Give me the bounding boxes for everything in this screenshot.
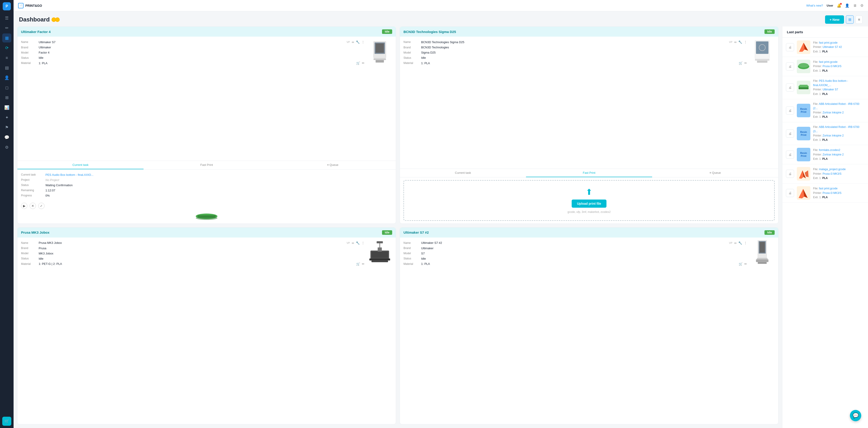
part-2-print-icon[interactable]: 🖨 <box>786 62 794 70</box>
part-2-file[interactable]: fast print.gcode <box>819 60 837 64</box>
part-3-printer[interactable]: Ultimaker S7 <box>823 88 838 91</box>
cart-icon-3[interactable]: 🛒 <box>356 262 360 266</box>
printer-2-status-row: Status Idle <box>403 55 747 60</box>
tab-current-task-2[interactable]: Current task <box>400 169 526 177</box>
part-1-print-icon[interactable]: 🖨 <box>786 43 794 51</box>
sidebar-item-layers[interactable]: ≡ <box>2 53 11 62</box>
new-button[interactable]: + New <box>825 15 844 24</box>
printer-2-title[interactable]: BCN3D Technologies Sigma D25 <box>403 30 456 34</box>
part-4-printer[interactable]: Zortrax Inkspire 2 <box>823 111 844 114</box>
sidebar-item-edit[interactable]: ✏ <box>2 24 11 33</box>
more-icon[interactable]: ⋮ <box>362 40 365 44</box>
printer-4-title[interactable]: Ultimaker S7 #2 <box>403 230 429 234</box>
printer-1-detail: Current task PES Audio Box bottom - fina… <box>18 169 396 201</box>
infinity-icon-3[interactable]: ∞ <box>352 241 354 245</box>
part-8-printer[interactable]: Prusa i3 MK3/S <box>823 191 841 195</box>
sidebar-item-settings[interactable]: ⚙ <box>2 143 11 152</box>
sidebar-item-box[interactable]: ◻ <box>2 83 11 92</box>
part-2-printer[interactable]: Prusa i3 MK3/S <box>823 65 841 68</box>
printer-1-title[interactable]: Ultimaker Factor 4 <box>21 30 51 34</box>
notifications-icon[interactable]: 🔔 <box>837 3 841 8</box>
sidebar-item-chart[interactable]: 📊 <box>2 103 11 112</box>
infinity-icon[interactable]: ∞ <box>352 40 354 44</box>
sidebar-item-menu[interactable]: ☰ <box>2 13 11 23</box>
cancel-icon[interactable]: ✕ <box>30 203 36 209</box>
part-4-print-icon[interactable]: 🖨 <box>786 106 794 114</box>
cart-icon[interactable]: 🛒 <box>356 61 360 65</box>
list-view-button[interactable]: ≡ <box>856 15 863 24</box>
app-logo[interactable]: P <box>3 2 11 10</box>
wrench-icon-3[interactable]: 🔧 <box>356 241 360 245</box>
printer-4-status-row: Status Idle <box>403 256 747 261</box>
cart-icon-2[interactable]: 🛒 <box>739 61 743 65</box>
part-5-print-icon[interactable]: 🖨 <box>786 130 794 138</box>
edit-material-icon-2[interactable]: ✏ <box>744 61 747 65</box>
part-8-file[interactable]: fast print.gcode <box>819 187 837 190</box>
sidebar-cart-button[interactable]: 🛒 <box>2 417 11 426</box>
wrench-icon-2[interactable]: 🔧 <box>738 40 742 44</box>
printer-3-title[interactable]: Prusa MK3 Jobox <box>21 230 50 234</box>
part-5-printer[interactable]: Zortrax Inkspire 2 <box>823 134 844 137</box>
printer-1-name-value: Ultimaker S7 <box>39 40 345 44</box>
play-icon[interactable]: ▶ <box>21 203 27 209</box>
brand-name: PRINT&GO <box>25 4 42 7</box>
tab-queue-1[interactable]: ≡ Queue <box>270 161 396 169</box>
sidebar-item-chat[interactable]: 💬 <box>2 133 11 142</box>
part-6-print-icon[interactable]: 🖨 <box>786 151 794 159</box>
sidebar-item-users[interactable]: 👤 <box>2 73 11 82</box>
sidebar-item-robot[interactable]: ✦ <box>2 113 11 122</box>
sidebar-item-print[interactable]: ▤ <box>2 63 11 72</box>
more-icon-4[interactable]: ⋮ <box>744 241 747 245</box>
edit-material-icon-4[interactable]: ✏ <box>744 262 747 266</box>
vp-label-2: VP <box>729 41 733 43</box>
part-7-file[interactable]: malaga_project.gcode <box>819 168 846 171</box>
sidebar-item-flag[interactable]: ⚑ <box>2 123 11 132</box>
part-1-file[interactable]: fast print.gcode <box>819 41 837 44</box>
sidebar-item-dashboard[interactable]: ▦ <box>2 33 11 42</box>
cart-icon-4[interactable]: 🛒 <box>739 262 743 266</box>
part-4-file[interactable]: ABB Articulated Robot - IRB 6700 (2... <box>813 102 860 110</box>
user-label: User <box>827 4 833 7</box>
part-6-printer[interactable]: Zortrax Inkspire 2 <box>823 153 844 156</box>
progress-value: 0% <box>45 194 392 197</box>
part-5-file[interactable]: ABB Articulated Robot - IRB 6700 (3... <box>813 125 860 133</box>
tab-fast-print-2[interactable]: Fast Print <box>526 169 652 177</box>
part-3-print-icon[interactable]: 🖨 <box>786 84 794 92</box>
sidebar-item-refresh[interactable]: ⟳ <box>2 43 11 53</box>
settings-icon[interactable]: ⚙ <box>860 3 864 8</box>
tab-queue-2[interactable]: ≡ Queue <box>652 169 778 177</box>
upload-button[interactable]: Upload print file <box>572 200 607 208</box>
part-7-print-icon[interactable]: 🖨 <box>786 170 794 178</box>
sidebar-item-table[interactable]: ⊞ <box>2 93 11 102</box>
printer-2-upload-area[interactable]: ⬆ Upload print file gcode, ufp, 3mf, mak… <box>403 180 775 221</box>
user-avatar-icon[interactable]: 👤 <box>845 3 849 8</box>
part-8-print-icon[interactable]: 🖨 <box>786 189 794 197</box>
whats-new-link[interactable]: What's new? <box>806 4 823 7</box>
part-6-file[interactable]: formlabs.zcodex2 <box>819 149 840 152</box>
page-title-text: Dashboard <box>19 16 50 23</box>
current-task-value[interactable]: PES Audio Box bottom - final.AXIO... <box>45 173 392 176</box>
printer-3-status-value: Idle <box>39 257 365 260</box>
edit-material-icon-3[interactable]: ✏ <box>362 262 365 266</box>
tab-fast-print-1[interactable]: Fast Print <box>144 161 270 169</box>
material-label-3: Material <box>21 262 37 266</box>
monitor-icon[interactable]: 🖥 <box>853 4 857 8</box>
wrench-icon[interactable]: 🔧 <box>356 40 360 44</box>
more-icon-2[interactable]: ⋮ <box>744 40 747 44</box>
last-parts-title: Last parts <box>787 30 803 34</box>
grid-view-button[interactable]: ⊞ <box>846 15 854 24</box>
right-panel: Last parts 🖨 <box>782 27 868 428</box>
more-icon-3[interactable]: ⋮ <box>362 241 365 245</box>
infinity-icon-2[interactable]: ∞ <box>734 40 737 44</box>
tab-current-task-1[interactable]: Current task <box>18 161 144 169</box>
svg-rect-5 <box>376 60 384 63</box>
part-1-printer[interactable]: Ultimaker S7 #2 <box>823 45 842 48</box>
wrench-icon-4[interactable]: 🔧 <box>738 241 742 245</box>
printer-1-tabs: Current task Fast Print ≡ Queue <box>18 161 396 169</box>
model-label: Model <box>21 51 37 54</box>
chat-bubble[interactable]: 💬 <box>850 410 861 421</box>
edit-material-icon[interactable]: ✏ <box>362 61 365 65</box>
confirm-icon[interactable]: ✓ <box>38 203 44 209</box>
part-7-printer[interactable]: Prusa i3 MK3/S <box>823 172 841 175</box>
infinity-icon-4[interactable]: ∞ <box>734 241 737 245</box>
